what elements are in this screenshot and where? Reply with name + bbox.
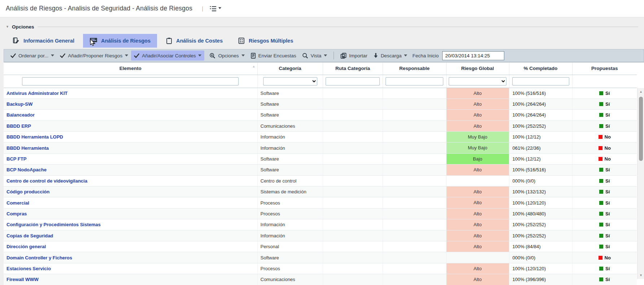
categoria-cell: Información: [257, 132, 323, 142]
title-divider: |: [202, 5, 203, 12]
elemento-link[interactable]: Antivirus Administrator KIT: [6, 91, 68, 96]
riesgo-global-badge: [447, 252, 509, 263]
elemento-link[interactable]: Comercial: [6, 200, 29, 206]
tab-analisis-de-costes[interactable]: Análisis de Costes: [159, 34, 229, 48]
column-header-riesgo-global[interactable]: Riesgo Global: [446, 62, 509, 75]
tab-bar: Información General Análisis de Riesgos: [6, 34, 644, 48]
scroll-up-icon[interactable]: ▲: [638, 89, 644, 95]
vista-button[interactable]: Vista: [299, 51, 330, 61]
completado-cell: 100% (264/264): [509, 110, 572, 120]
column-header-elemento[interactable]: Elemento ▲: [4, 62, 257, 75]
check-icon: [134, 53, 139, 58]
elemento-link[interactable]: Balanceador: [6, 112, 35, 118]
completado-cell: 100% (516/516): [509, 165, 572, 175]
column-header-responsable[interactable]: Responsable: [383, 62, 446, 75]
responsable-cell: [383, 241, 446, 252]
scrollbar-thumb[interactable]: [639, 97, 643, 161]
elemento-link[interactable]: BBDD ERP: [6, 123, 31, 129]
riesgo-global-badge: Alto: [447, 209, 509, 219]
tab-informacion-general[interactable]: Información General: [6, 34, 81, 48]
ordenar-por-label: Ordenar por...: [18, 53, 48, 58]
propuestas-label: Sí: [605, 91, 610, 96]
caret-down-icon: [404, 54, 407, 57]
list-menu-button[interactable]: [209, 4, 222, 13]
propuestas-status-square: [599, 157, 602, 161]
categoria-cell: Procesos: [257, 263, 323, 274]
completado-cell: 100% (252/252): [509, 120, 572, 131]
categoria-cell: Software: [257, 110, 323, 120]
responsable-cell: [383, 219, 446, 230]
table-row: Firewall WWW Comunicaciones Alto 100% (3…: [4, 274, 637, 285]
filter-riesgo-global-select[interactable]: [449, 77, 506, 86]
table-row: BBDD Herramienta LOPD Información Muy Ba…: [4, 132, 637, 142]
responsable-cell: [383, 110, 446, 120]
filter-elemento-input[interactable]: [22, 77, 239, 86]
enviar-encuestas-button[interactable]: Enviar Encuestas: [248, 51, 299, 61]
anadir-proponer-riesgos-button[interactable]: Añadir/Proponer Riesgos: [57, 51, 131, 61]
caret-down-icon: [198, 54, 201, 57]
importar-button[interactable]: Importar: [338, 51, 370, 61]
column-header-categoria[interactable]: Categoría: [257, 62, 323, 75]
elemento-link[interactable]: Compras: [6, 211, 27, 216]
elemento-link[interactable]: Estaciones Servicio: [6, 266, 51, 271]
ruta-categoria-cell: [323, 230, 383, 241]
fecha-inicio-label: Fecha Inicio: [412, 53, 439, 58]
elemento-link[interactable]: Firewall WWW: [6, 277, 39, 282]
tab-riesgos-multiples[interactable]: Riesgos Múltiples: [231, 34, 300, 48]
elemento-link[interactable]: Copias de Seguridad: [6, 233, 53, 238]
tab-analisis-de-riesgos[interactable]: Análisis de Riesgos: [83, 34, 157, 48]
filter-responsable-input[interactable]: [386, 77, 443, 86]
options-section-header[interactable]: ▼ Opciones: [6, 22, 638, 31]
ruta-categoria-cell: [323, 197, 383, 208]
anadir-asociar-controles-button[interactable]: Añadir/Asociar Controles: [131, 51, 204, 61]
opciones-button[interactable]: Opciones: [206, 51, 247, 61]
column-header-propuestas[interactable]: Propuestas: [572, 62, 637, 75]
ruta-categoria-cell: [323, 274, 383, 285]
elemento-link[interactable]: BCP FTP: [6, 156, 26, 162]
elemento-link[interactable]: Dirección general: [6, 244, 46, 249]
clipboard-icon: [166, 37, 173, 44]
table-row: BCP FTP Software Bajo 100% (12/12) No: [4, 153, 637, 164]
categoria-cell: Software: [257, 165, 323, 175]
ordenar-por-button[interactable]: Ordenar por...: [8, 51, 57, 61]
categoria-cell: Comunicaciones: [257, 274, 323, 285]
categoria-cell: Comunicaciones: [257, 120, 323, 131]
vertical-scrollbar[interactable]: ▲ ▼: [637, 88, 644, 279]
download-icon: [373, 53, 378, 58]
ruta-categoria-cell: [323, 241, 383, 252]
table-row: BBDD ERP Comunicaciones Alto 100% (252/2…: [4, 120, 637, 131]
scroll-down-icon[interactable]: ▼: [638, 272, 644, 278]
elemento-link[interactable]: Domain Controller y Ficheros: [6, 255, 72, 260]
elemento-link[interactable]: BBDD Herramienta LOPD: [6, 134, 63, 140]
filter-completado-input[interactable]: [512, 77, 569, 86]
fecha-inicio-input[interactable]: [442, 51, 504, 60]
table-row: Domain Controller y Ficheros Software 00…: [4, 252, 637, 263]
riesgo-global-badge: Muy Bajo: [447, 132, 509, 142]
completado-cell: 100% (12/12): [509, 132, 572, 142]
elemento-link[interactable]: BBDD Herramienta: [6, 145, 49, 151]
monitor-icon: [90, 37, 97, 44]
filter-categoria-select[interactable]: [263, 77, 317, 86]
elemento-link[interactable]: Código producción: [6, 189, 49, 194]
elemento-link[interactable]: Centro de control de videovigilancia: [6, 178, 87, 184]
elemento-link[interactable]: BCP NodoApache: [6, 167, 47, 172]
riesgo-global-badge: Alto: [447, 88, 509, 98]
ruta-categoria-cell: [323, 175, 383, 186]
completado-cell: 100% (120/120): [509, 197, 572, 208]
elemento-link[interactable]: Configuración y Procedimientos Sistemas: [6, 222, 101, 227]
app-window: Análisis de Riesgos - Analisis de Seguri…: [0, 0, 644, 285]
filter-ruta-categoria-input[interactable]: [326, 77, 380, 86]
column-header-ruta-categoria[interactable]: Ruta Categoría: [323, 62, 383, 75]
table-row: Centro de control de videovigilancia Cen…: [4, 175, 637, 186]
responsable-cell: [383, 153, 446, 164]
column-header-completado[interactable]: % Completado: [509, 62, 572, 75]
elemento-link[interactable]: Backup-SW: [6, 101, 32, 107]
table-row: Dirección general Personal Alto 100% (84…: [4, 241, 637, 252]
table-row: Código producción Sistemas de medición A…: [4, 187, 637, 197]
completado-cell: 000% (0/0): [509, 252, 572, 263]
descarga-button[interactable]: Descarga: [370, 51, 410, 61]
sort-ascending-icon[interactable]: ▲: [252, 65, 256, 68]
categoria-cell: Centro de control: [257, 175, 323, 186]
responsable-cell: [383, 175, 446, 186]
opciones-label: Opciones: [218, 53, 239, 58]
